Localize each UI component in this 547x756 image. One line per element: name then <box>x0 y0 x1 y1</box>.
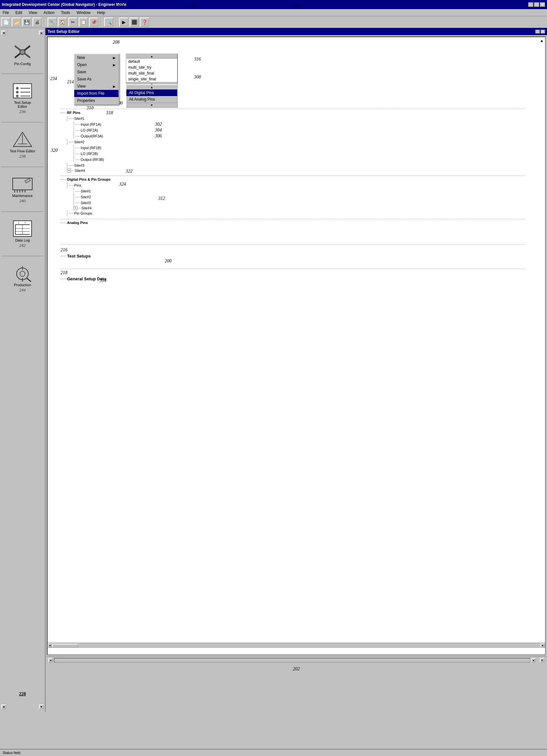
sidebar-scroll-up[interactable]: ▲ <box>39 31 44 35</box>
svg-point-2 <box>20 49 25 55</box>
submenu-single-site-final[interactable]: single_site_final <box>126 76 177 82</box>
sidebar-item-maintenance[interactable]: Maintenance 240 <box>3 174 42 205</box>
menu-tools[interactable]: Tools <box>60 10 71 16</box>
toolbar-find[interactable]: 🔍 <box>104 18 113 27</box>
content-scroll-down[interactable]: ▼ <box>540 658 544 663</box>
menu-action[interactable]: Action <box>42 10 56 16</box>
content-bottom-scroll: ◄ ► ▼ <box>46 656 547 664</box>
import-submenu-analog[interactable]: All Analog Pins <box>126 96 177 103</box>
content-scroll-right[interactable]: ► <box>531 658 536 663</box>
import-submenu-digital[interactable]: All Digital Pins <box>126 90 177 96</box>
annotation-304: 304 <box>155 128 162 133</box>
editor-area: ▲ 208 New ▶ Open ▶ Save <box>47 36 546 655</box>
menu-help[interactable]: Help <box>96 10 106 16</box>
editor-scroll-thumb[interactable] <box>52 644 78 648</box>
sidebar-item-test-flow[interactable]: Test Flow Editor 238 <box>3 129 42 160</box>
toolbar-new[interactable]: 📄 <box>1 18 10 27</box>
d-site1-node[interactable]: Site#1 <box>74 188 526 194</box>
menu-save[interactable]: Save <box>74 68 119 76</box>
menu-view[interactable]: View <box>27 10 38 16</box>
annotation-202: 202 <box>46 666 547 672</box>
rf-site4-expand[interactable]: + <box>67 169 71 173</box>
rf-output-rf3b-node[interactable]: Output (RF3B) <box>74 157 526 162</box>
pin-groups-group: Pin Groups <box>67 210 526 216</box>
rf-input-rf1a-node[interactable]: Input (RF1A) <box>74 121 526 127</box>
toolbar-paste[interactable]: 📌 <box>89 18 98 27</box>
rf-site3-node[interactable]: Site#3 <box>67 162 526 168</box>
sidebar-scroll-left[interactable]: ◄ <box>1 31 6 35</box>
sidebar-item-production[interactable]: Production 244 <box>3 263 42 294</box>
submenu-multi-site-final[interactable]: multi_site_final <box>126 70 177 76</box>
rf-input-rf1b-node[interactable]: Input (RF1B) <box>74 145 526 151</box>
svg-point-30 <box>20 271 25 276</box>
close-btn[interactable]: ✕ <box>540 2 545 7</box>
sub-minimize-btn[interactable]: _ <box>535 30 540 34</box>
toolbar-run[interactable]: ▶ <box>119 18 128 27</box>
digital-pins-pins-node[interactable]: Pins <box>67 182 526 188</box>
test-flow-icon <box>12 130 33 148</box>
sidebar-scroll-down[interactable]: ▼ <box>39 705 44 709</box>
pin-groups-node[interactable]: Pin Groups <box>67 210 526 216</box>
sidebar-scroll-left2[interactable]: ◄ <box>1 705 6 709</box>
sidebar-div1 <box>1 74 44 74</box>
toolbar-stop[interactable]: ⬛ <box>130 18 139 27</box>
editor-scroll-left[interactable]: ◄ <box>48 643 52 648</box>
d-site2-label: Site#2 <box>81 195 91 199</box>
menu-properties[interactable]: Properties <box>74 97 119 104</box>
d-site2-node[interactable]: Site#2 <box>74 194 526 200</box>
menu-view[interactable]: View ▶ <box>74 83 119 90</box>
minimize-btn[interactable]: _ <box>528 2 533 7</box>
toolbar-open[interactable]: 📂 <box>12 18 21 27</box>
menu-file[interactable]: File <box>1 10 10 16</box>
analog-pins-section: Analog Pins <box>61 219 526 225</box>
rf-output-rf3a-node[interactable]: Output(RF3A) <box>74 133 526 139</box>
sidebar: ◄ ▲ Pin Config <box>0 28 46 712</box>
menu-edit[interactable]: Edit <box>14 10 23 16</box>
menu-open[interactable]: Open ▶ <box>74 61 119 68</box>
submenu-scroll-up[interactable]: ▲ <box>126 54 177 59</box>
toolbar-save[interactable]: 💾 <box>22 18 31 27</box>
toolbar-tools1[interactable]: 🔧 <box>48 18 57 27</box>
submenu-multi-site-try[interactable]: multi_site_try <box>126 64 177 70</box>
rf-site2-node[interactable]: Site#2 <box>67 139 526 145</box>
digital-pins-sites: Site#1 Site#2 Site#3 <box>74 188 526 210</box>
annotation-312: 312 <box>158 196 165 201</box>
digital-pins-label: Digital Pins & Pin Groups <box>67 177 110 181</box>
maximize-btn[interactable]: □ <box>534 2 539 7</box>
toolbar-tools2[interactable]: 🏠 <box>58 18 67 27</box>
scroll-up-arrow[interactable]: ▲ <box>540 38 544 43</box>
menu-window[interactable]: Window <box>75 10 92 16</box>
rf-lo-rf2b-node[interactable]: LO (RF2B) <box>74 151 526 157</box>
annotation-316: 316 <box>194 57 201 62</box>
production-label: Production <box>14 283 31 287</box>
d-site4-node[interactable]: + Site#4 <box>74 206 526 210</box>
toolbar-print[interactable]: 🖨 <box>33 18 42 27</box>
sidebar-item-pin-config[interactable]: Pin Config <box>3 42 42 67</box>
svg-line-33 <box>27 278 31 282</box>
analog-pins-label: Analog Pins <box>67 221 88 225</box>
content-scroll-left[interactable]: ◄ <box>48 658 53 663</box>
rf-site1-node[interactable]: Site#1 <box>67 116 526 121</box>
rf-pins-connector <box>61 113 67 113</box>
annotation-200: 200 <box>165 259 172 264</box>
rf-site1-horiz <box>69 119 74 119</box>
menu-import-file[interactable]: Import from File <box>74 90 119 97</box>
menu-new[interactable]: New ▶ <box>74 54 119 61</box>
editor-scroll-right[interactable]: ► <box>540 643 545 648</box>
annotation-324: 324 <box>119 182 126 187</box>
rf-site4-node[interactable]: + Site#4 <box>67 168 526 173</box>
toolbar-help[interactable]: ❓ <box>140 18 149 27</box>
menu-save-as[interactable]: Save As <box>74 76 119 83</box>
rf-lo-rf2a-node[interactable]: LO (RF2A) <box>74 127 526 133</box>
toolbar-cut[interactable]: ✂ <box>68 18 77 27</box>
sidebar-item-data-log[interactable]: 1 T Data Log 242 <box>3 218 42 249</box>
test-setup-label: Test SetupEditor <box>14 101 31 108</box>
toolbar-copy[interactable]: 📋 <box>79 18 88 27</box>
submenu-default[interactable]: default <box>126 59 177 64</box>
import-submenu-scroll-down[interactable]: ▼ <box>126 103 177 107</box>
sidebar-item-test-setup[interactable]: Test SetupEditor 236 <box>3 80 42 116</box>
d-site4-expand[interactable]: + <box>74 206 77 210</box>
sub-close-btn[interactable]: ✕ <box>540 30 545 34</box>
import-submenu-scroll-up[interactable]: ▲ <box>126 85 177 90</box>
d-site3-node[interactable]: Site#3 <box>74 200 526 206</box>
